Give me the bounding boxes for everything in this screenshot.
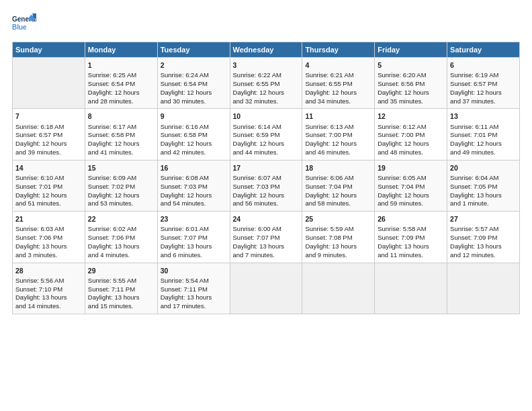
weekday-header-saturday: Saturday: [447, 42, 520, 58]
day-info-line: Sunset: 7:01 PM: [450, 131, 517, 140]
day-number: 30: [161, 266, 227, 275]
day-info-line: and 6 minutes.: [161, 251, 227, 260]
day-info-line: Daylight: 13 hours: [378, 242, 444, 251]
calendar-cell: 5Sunrise: 6:20 AMSunset: 6:56 PMDaylight…: [375, 58, 447, 109]
calendar-cell: 18Sunrise: 6:06 AMSunset: 7:04 PMDayligh…: [302, 160, 375, 211]
day-info-line: Sunset: 7:06 PM: [15, 234, 82, 242]
day-info-line: and 11 minutes.: [378, 251, 444, 260]
calendar-cell: 6Sunrise: 6:19 AMSunset: 6:57 PMDaylight…: [447, 58, 520, 109]
weekday-header-tuesday: Tuesday: [157, 42, 230, 58]
day-info-line: Sunrise: 6:17 AM: [88, 123, 154, 132]
day-number: 24: [233, 214, 300, 224]
calendar-week-2: 7Sunrise: 6:18 AMSunset: 6:57 PMDaylight…: [13, 109, 520, 160]
day-number: 6: [450, 60, 517, 70]
day-info-line: Sunrise: 6:03 AM: [15, 225, 82, 234]
day-info-line: Sunrise: 6:16 AM: [161, 123, 227, 132]
calendar-cell: [13, 58, 85, 109]
day-info-line: Sunset: 7:08 PM: [305, 234, 371, 242]
day-info-line: Sunset: 6:58 PM: [88, 131, 154, 140]
day-number: 27: [450, 214, 517, 224]
day-info-line: Daylight: 13 hours: [233, 242, 300, 251]
day-number: 2: [161, 60, 227, 70]
calendar-cell: 26Sunrise: 5:58 AMSunset: 7:09 PMDayligh…: [375, 212, 447, 263]
day-info-line: Sunset: 7:00 PM: [378, 131, 444, 140]
day-info-line: Daylight: 13 hours: [450, 191, 517, 200]
day-info-line: Sunrise: 6:12 AM: [378, 123, 444, 132]
weekday-header-row: SundayMondayTuesdayWednesdayThursdayFrid…: [13, 42, 520, 58]
day-number: 14: [15, 163, 82, 173]
day-info-line: Sunset: 7:01 PM: [15, 183, 82, 191]
day-number: 9: [161, 111, 227, 121]
day-info-line: and 48 minutes.: [378, 148, 444, 157]
day-info-line: Daylight: 12 hours: [161, 191, 227, 200]
day-info-line: Sunrise: 6:02 AM: [88, 225, 154, 234]
day-info-line: and 39 minutes.: [15, 148, 82, 157]
day-number: 5: [378, 60, 444, 70]
day-info-line: Sunrise: 5:58 AM: [378, 225, 444, 234]
weekday-header-monday: Monday: [85, 42, 157, 58]
day-info-line: Sunrise: 6:05 AM: [378, 174, 444, 183]
day-info-line: Sunset: 7:09 PM: [378, 234, 444, 242]
calendar-cell: 21Sunrise: 6:03 AMSunset: 7:06 PMDayligh…: [13, 212, 85, 263]
day-info-line: Daylight: 12 hours: [378, 140, 444, 148]
calendar-cell: 22Sunrise: 6:02 AMSunset: 7:06 PMDayligh…: [85, 212, 157, 263]
calendar-cell: 7Sunrise: 6:18 AMSunset: 6:57 PMDaylight…: [13, 109, 85, 160]
day-number: 29: [88, 266, 154, 275]
logo: General Blue: [12, 12, 36, 36]
calendar-cell: 10Sunrise: 6:14 AMSunset: 6:59 PMDayligh…: [230, 109, 302, 160]
day-info-line: and 42 minutes.: [161, 148, 227, 157]
day-number: 10: [233, 111, 300, 121]
day-info-line: and 44 minutes.: [233, 148, 300, 157]
day-info-line: Sunrise: 5:55 AM: [88, 277, 154, 285]
day-number: 19: [378, 163, 444, 173]
day-info-line: Sunrise: 6:06 AM: [305, 174, 371, 183]
day-info-line: Daylight: 12 hours: [450, 89, 517, 97]
day-info-line: Sunset: 7:07 PM: [161, 234, 227, 242]
day-info-line: Sunrise: 6:24 AM: [161, 71, 227, 80]
calendar-cell: [302, 263, 375, 314]
day-info-line: Sunrise: 6:07 AM: [233, 174, 300, 183]
weekday-header-friday: Friday: [375, 42, 447, 58]
day-info-line: Sunrise: 6:08 AM: [161, 174, 227, 183]
day-info-line: Sunrise: 5:59 AM: [305, 225, 371, 234]
calendar-cell: 27Sunrise: 5:57 AMSunset: 7:09 PMDayligh…: [447, 212, 520, 263]
day-info-line: Daylight: 13 hours: [161, 293, 227, 302]
day-info-line: and 9 minutes.: [305, 251, 371, 260]
day-info-line: and 49 minutes.: [450, 148, 517, 157]
day-number: 26: [378, 214, 444, 224]
day-info-line: Sunset: 6:54 PM: [88, 80, 154, 89]
day-number: 13: [450, 111, 517, 121]
calendar-cell: 30Sunrise: 5:54 AMSunset: 7:11 PMDayligh…: [157, 263, 230, 314]
day-info-line: Sunset: 7:02 PM: [88, 183, 154, 191]
day-number: 12: [378, 111, 444, 121]
day-info-line: Sunrise: 6:18 AM: [15, 123, 82, 132]
day-info-line: Sunset: 7:06 PM: [88, 234, 154, 242]
day-info-line: Daylight: 13 hours: [305, 242, 371, 251]
calendar-cell: 24Sunrise: 6:00 AMSunset: 7:07 PMDayligh…: [230, 212, 302, 263]
day-info-line: Daylight: 12 hours: [378, 191, 444, 200]
day-info-line: Sunrise: 6:09 AM: [88, 174, 154, 183]
calendar-cell: 23Sunrise: 6:01 AMSunset: 7:07 PMDayligh…: [157, 212, 230, 263]
day-info-line: and 17 minutes.: [161, 302, 227, 311]
day-info-line: Daylight: 13 hours: [161, 242, 227, 251]
calendar-cell: 16Sunrise: 6:08 AMSunset: 7:03 PMDayligh…: [157, 160, 230, 211]
day-info-line: Daylight: 12 hours: [88, 89, 154, 97]
day-info-line: Sunrise: 5:54 AM: [161, 277, 227, 285]
calendar-cell: 29Sunrise: 5:55 AMSunset: 7:11 PMDayligh…: [85, 263, 157, 314]
day-number: 4: [305, 60, 371, 70]
day-info-line: and 51 minutes.: [15, 199, 82, 208]
day-info-line: Sunset: 7:11 PM: [88, 285, 154, 294]
weekday-header-wednesday: Wednesday: [230, 42, 302, 58]
day-info-line: Sunrise: 6:22 AM: [233, 71, 300, 80]
day-number: 3: [233, 60, 300, 70]
day-number: 8: [88, 111, 154, 121]
day-info-line: Sunset: 7:07 PM: [233, 234, 300, 242]
day-info-line: Daylight: 12 hours: [233, 140, 300, 148]
weekday-header-thursday: Thursday: [302, 42, 375, 58]
day-info-line: Sunset: 7:03 PM: [161, 183, 227, 191]
day-info-line: Sunset: 7:03 PM: [233, 183, 300, 191]
calendar-cell: 17Sunrise: 6:07 AMSunset: 7:03 PMDayligh…: [230, 160, 302, 211]
day-info-line: Daylight: 13 hours: [88, 293, 154, 302]
day-number: 16: [161, 163, 227, 173]
day-info-line: Daylight: 12 hours: [305, 191, 371, 200]
